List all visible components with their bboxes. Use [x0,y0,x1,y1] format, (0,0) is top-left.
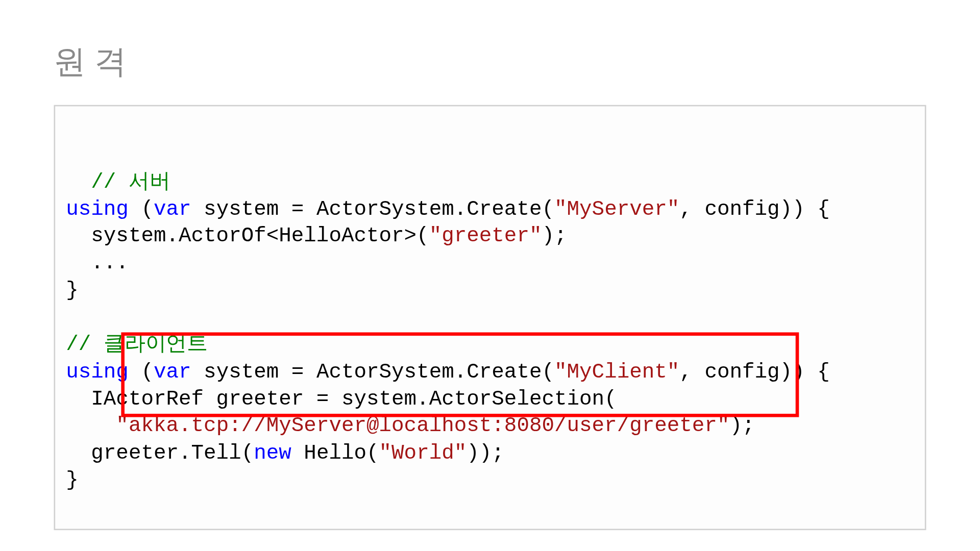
code-token: )); [467,441,504,464]
code-token: Hello( [291,441,379,464]
code-token: // 서버 [91,170,170,193]
code-token: using [66,360,129,383]
code-token: "greeter" [429,224,542,247]
code-token: new [254,441,291,464]
code-token: greeter.Tell( [66,441,254,464]
code-token: } [66,468,79,492]
code-token: "MyClient" [554,360,679,383]
code-token: "akka.tcp://MyServer@localhost:8080/user… [116,414,729,437]
code-token: system = ActorSystem.Create( [191,360,554,383]
code-token: var [154,360,191,383]
code-token: using [66,197,129,220]
code-token: ); [729,414,754,437]
code-token [66,414,116,437]
code-token: ( [129,197,154,220]
slide-title: 원격 [54,40,926,83]
code-token: , config)) { [679,360,829,383]
code-token: , config)) { [679,197,829,220]
code-token: "MyServer" [554,197,679,220]
code-token: // 클라이언트 [66,333,208,356]
code-token: ... [66,252,129,275]
code-token: } [66,279,79,302]
code-token: ); [542,224,567,247]
code-token: ( [129,360,154,383]
code-token: "World" [379,441,467,464]
code-block: // 서버 using (var system = ActorSystem.Cr… [54,105,926,531]
code-token: IActorRef greeter = system.ActorSelectio… [66,387,617,410]
code-token: system.ActorOf<HelloActor>( [66,224,429,247]
code-token: var [154,197,191,220]
slide: 원격 // 서버 using (var system = ActorSystem… [0,0,980,551]
code-token: system = ActorSystem.Create( [191,197,554,220]
